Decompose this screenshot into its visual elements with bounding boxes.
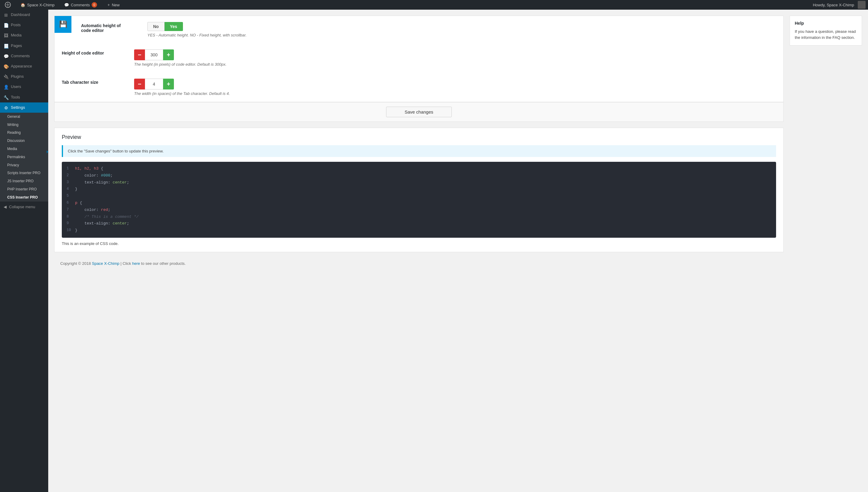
help-sidebar: Help If you have a question, please read… <box>790 16 862 269</box>
sidebar-item-pages[interactable]: 📃 Pages <box>0 41 48 51</box>
tab-stepper[interactable]: − 4 + <box>134 79 230 90</box>
submenu-discussion[interactable]: Discussion <box>0 137 48 145</box>
appearance-icon: 🎨 <box>4 64 8 69</box>
comments-icon: 💬 <box>64 3 69 7</box>
height-section: Height of code editor − 300 + The height… <box>54 43 783 73</box>
auto-height-toggle[interactable]: No Yes <box>147 22 246 31</box>
user-avatar[interactable] <box>858 1 866 9</box>
tab-value: 4 <box>145 79 163 90</box>
no-button[interactable]: No <box>147 22 165 31</box>
height-plus-button[interactable]: + <box>163 49 174 60</box>
code-line-8: 8 /* This is a comment */ <box>62 214 776 221</box>
site-name-button[interactable]: 🏠 Space X-Chimp <box>18 0 57 10</box>
preview-info-box: Click the "Save changes" button to updat… <box>62 145 776 157</box>
sidebar-item-posts[interactable]: 📄 Posts <box>0 20 48 30</box>
comments-sidebar-icon: 💬 <box>4 54 8 58</box>
sidebar-item-plugins[interactable]: 🔌 Plugins <box>0 71 48 82</box>
code-line-3: 3 text-align: center; <box>62 179 776 186</box>
height-stepper[interactable]: − 300 + <box>134 49 227 60</box>
new-button[interactable]: ＋ New <box>104 0 122 10</box>
submenu-media[interactable]: Media <box>0 145 48 153</box>
plus-icon: ＋ <box>107 2 111 7</box>
sidebar-item-appearance[interactable]: 🎨 Appearance <box>0 61 48 71</box>
comments-count-badge: 0 <box>92 2 97 7</box>
settings-submenu: General Writing Reading Discussion Media… <box>0 113 48 201</box>
settings-icon: ⚙ <box>4 105 8 110</box>
tab-minus-button[interactable]: − <box>134 79 145 90</box>
code-line-4: 4 } <box>62 186 776 193</box>
users-icon: 👤 <box>4 84 8 89</box>
submenu-css-inserter[interactable]: CSS Inserter PRO <box>0 193 48 201</box>
collapse-menu-button[interactable]: ◀ Collapse menu <box>0 201 48 212</box>
yes-button[interactable]: Yes <box>165 22 183 31</box>
tab-control: − 4 + The width (in spaces) of the Tab c… <box>134 79 230 96</box>
code-line-6: 6 p { <box>62 200 776 207</box>
preview-caption: This is an example of CSS code. <box>62 241 776 246</box>
height-description: The height (in pixels) of code editor. D… <box>134 62 227 67</box>
preview-section: Preview Click the "Save changes" button … <box>54 128 783 252</box>
wp-logo-button[interactable] <box>2 0 13 10</box>
height-control: − 300 + The height (in pixels) of code e… <box>134 49 227 67</box>
code-line-9: 9 text-align: center; <box>62 220 776 227</box>
height-minus-button[interactable]: − <box>134 49 145 60</box>
tab-plus-button[interactable]: + <box>163 79 174 90</box>
howdy-text: Howdy, Space X-Chimp <box>813 3 854 7</box>
help-text: If you have a question, please read the … <box>795 29 857 40</box>
tab-section: Tab character size − 4 + The width (in s… <box>54 73 783 102</box>
tools-icon: 🔧 <box>4 95 8 100</box>
sidebar-item-comments[interactable]: 💬 Comments <box>0 51 48 61</box>
auto-height-label: Automatic height ofcode editor <box>81 22 141 33</box>
pages-icon: 📃 <box>4 43 8 48</box>
submenu-permalinks[interactable]: Permalinks <box>0 153 48 161</box>
footer: Copyright © 2018 Space X-Chimp | Click h… <box>54 258 783 269</box>
code-line-7: 7 color: red; <box>62 207 776 214</box>
help-title: Help <box>795 21 857 26</box>
height-value: 300 <box>145 49 163 60</box>
code-line-1: 1 h1, h2, h3 { <box>62 165 776 172</box>
posts-icon: 📄 <box>4 23 8 27</box>
auto-height-description: YES - Automatic height. NO - Fixed heigh… <box>147 33 246 38</box>
code-line-10: 10 } <box>62 227 776 234</box>
code-line-2: 2 color: #000; <box>62 172 776 179</box>
tab-description: The width (in spaces) of the Tab charact… <box>134 91 230 96</box>
collapse-icon: ◀ <box>4 204 7 209</box>
sidebar-item-dashboard[interactable]: ⊞ Dashboard <box>0 10 48 20</box>
save-changes-bar: Save changes <box>54 102 783 122</box>
code-editor: 1 h1, h2, h3 { 2 color: #000; 3 text-ali… <box>62 162 776 238</box>
submenu-reading[interactable]: Reading <box>0 129 48 137</box>
plugins-icon: 🔌 <box>4 74 8 79</box>
code-line-5: 5 <box>62 193 776 200</box>
submenu-js-inserter[interactable]: JS Inserter PRO <box>0 177 48 185</box>
footer-site-link[interactable]: Space X-Chimp <box>92 261 119 266</box>
sidebar-item-tools[interactable]: 🔧 Tools <box>0 92 48 102</box>
submenu-privacy[interactable]: Privacy <box>0 161 48 169</box>
sidebar-item-users[interactable]: 👤 Users <box>0 82 48 92</box>
section-save-icon: 💾 <box>54 16 71 33</box>
footer-here-link[interactable]: here <box>132 261 140 266</box>
admin-menu: ⊞ Dashboard 📄 Posts 🖼 Media 📃 P <box>0 10 48 201</box>
auto-height-control: No Yes YES - Automatic height. NO - Fixe… <box>147 22 246 38</box>
submenu-php-inserter[interactable]: PHP Inserter PRO <box>0 185 48 193</box>
comments-button[interactable]: 💬 Comments 0 <box>62 0 99 10</box>
submenu-scripts-inserter[interactable]: Scripts Inserter PRO <box>0 169 48 177</box>
save-changes-button[interactable]: Save changes <box>386 107 452 117</box>
sidebar-item-settings[interactable]: ⚙ Settings General Writing Reading Discu… <box>0 102 48 201</box>
preview-title: Preview <box>62 134 776 140</box>
tab-label: Tab character size <box>62 79 128 85</box>
height-label: Height of code editor <box>62 49 128 55</box>
help-box: Help If you have a question, please read… <box>790 16 862 46</box>
media-icon: 🖼 <box>4 33 8 38</box>
home-icon: 🏠 <box>21 3 25 7</box>
submenu-writing[interactable]: Writing <box>0 121 48 129</box>
sidebar-item-media[interactable]: 🖼 Media <box>0 30 48 40</box>
auto-height-section: 💾 Automatic height ofcode editor No Yes … <box>54 16 783 43</box>
dashboard-icon: ⊞ <box>4 13 8 17</box>
submenu-general[interactable]: General <box>0 113 48 121</box>
